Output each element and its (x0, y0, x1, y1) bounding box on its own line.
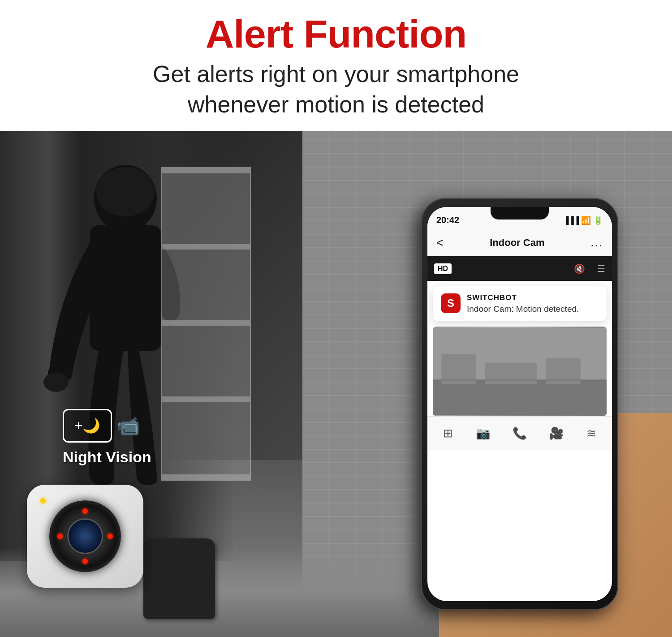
camera-feed (433, 327, 607, 416)
led-right (108, 534, 113, 539)
battery-icon: 🔋 (593, 215, 603, 225)
night-vision-icon: +🌙 (63, 409, 112, 443)
camera-body (27, 485, 143, 588)
night-vision-label: Night Vision (63, 448, 151, 466)
app-toolbar: HD 🔇 ☰ (427, 256, 612, 281)
app-header: < Indoor Cam ... (427, 229, 612, 256)
feed-content (433, 327, 607, 416)
bottom-icon-grid[interactable]: ⊞ (443, 426, 453, 440)
switchbot-logo: S (441, 293, 461, 313)
camera-lens-outer (49, 500, 121, 572)
led-bottom (82, 559, 88, 564)
bottom-icon-stream[interactable]: ≋ (586, 426, 596, 440)
bottom-icon-video[interactable]: 🎥 (549, 426, 564, 440)
feed-image (433, 327, 607, 416)
svg-point-3 (43, 372, 69, 392)
header-section: Alert Function Get alerts right on your … (0, 0, 672, 131)
hd-badge: HD (434, 263, 452, 274)
svg-point-2 (96, 167, 155, 216)
night-vision-icon-box: +🌙 📹 (63, 409, 140, 443)
phone-outer: 20:42 ▐▐▐ 📶 🔋 < Indoor Cam ... (421, 198, 618, 610)
bookshelf (161, 167, 251, 481)
app-title: Indoor Cam (490, 237, 544, 249)
camera-device (27, 485, 152, 610)
notification-banner: S SWITCHBOT Indoor Cam: Motion detected. (433, 286, 607, 321)
notification-content: SWITCHBOT Indoor Cam: Motion detected. (467, 293, 599, 314)
app-menu-button[interactable]: ... (590, 236, 603, 250)
smartphone: 20:42 ▐▐▐ 📶 🔋 < Indoor Cam ... (421, 198, 636, 637)
wifi-icon: 📶 (581, 215, 591, 225)
bottom-icon-call[interactable]: 📞 (513, 426, 527, 440)
back-button[interactable]: < (436, 236, 444, 250)
led-left (57, 534, 63, 539)
notification-message: Indoor Cam: Motion detected. (467, 304, 599, 314)
led-yellow (40, 498, 46, 504)
app-bottom-bar: ⊞ 📷 📞 🎥 ≋ (427, 416, 612, 450)
page-subtitle: Get alerts right on your smartphone when… (9, 59, 663, 120)
page-title: Alert Function (9, 13, 663, 55)
list-icon[interactable]: ☰ (597, 263, 605, 274)
night-vision-overlay: +🌙 📹 Night Vision (63, 409, 151, 466)
page-wrapper: Alert Function Get alerts right on your … (0, 0, 672, 637)
main-image-section: +🌙 📹 Night Vision (0, 131, 672, 637)
signal-icon: ▐▐▐ (564, 216, 579, 224)
phone-notch (491, 207, 549, 220)
led-top (82, 508, 88, 514)
notification-brand: SWITCHBOT (467, 293, 599, 302)
svg-rect-7 (485, 363, 537, 385)
status-time: 20:42 (436, 215, 459, 225)
mute-icon[interactable]: 🔇 (574, 263, 585, 274)
phone-screen: 20:42 ▐▐▐ 📶 🔋 < Indoor Cam ... (427, 207, 612, 601)
bottom-icon-camera[interactable]: 📷 (476, 426, 490, 440)
status-icons: ▐▐▐ 📶 🔋 (564, 215, 603, 225)
svg-rect-5 (433, 380, 607, 415)
camera-lens-inner (67, 518, 103, 554)
backpack (143, 538, 215, 619)
camera-icon: 📹 (116, 415, 140, 437)
